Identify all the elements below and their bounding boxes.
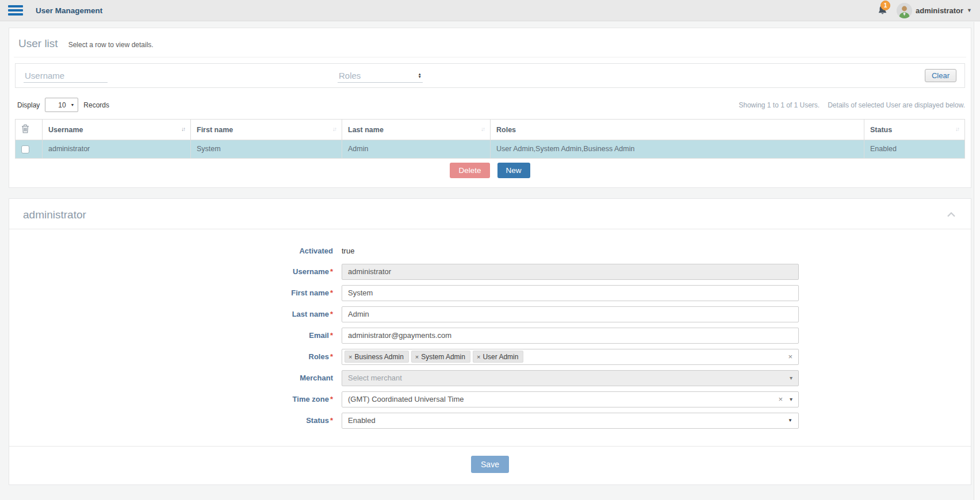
role-tag: ×System Admin: [411, 351, 470, 363]
required-marker: *: [330, 267, 333, 276]
caret-down-icon: ▼: [70, 103, 74, 107]
merchant-select: Select merchant ▾: [342, 370, 799, 386]
required-marker: *: [330, 310, 333, 318]
username-filter-input[interactable]: [24, 69, 108, 83]
roles-label: Roles*: [9, 352, 342, 361]
chevron-down-icon: ▼: [967, 7, 972, 13]
page-size-select[interactable]: 10 ▼: [45, 98, 78, 112]
user-list-panel: User list Select a row to view details. …: [9, 28, 971, 188]
time-zone-select[interactable]: (GMT) Coordinated Universal Time × ▾: [342, 391, 799, 407]
caret-down-icon: ▾: [790, 396, 793, 402]
required-marker: *: [330, 352, 333, 361]
roles-filter-select[interactable]: Roles ▲▼: [338, 69, 423, 83]
page-title: User Management: [36, 6, 102, 15]
first-name-input[interactable]: [342, 285, 799, 301]
column-header-status[interactable]: Status ↓↑: [864, 120, 965, 140]
time-zone-label: Time zone*: [9, 395, 342, 403]
caret-down-icon: ▼: [788, 418, 793, 423]
menu-icon[interactable]: [8, 5, 23, 16]
sort-icon: ↓↑: [955, 126, 959, 132]
sort-icon: ↓↑: [181, 126, 185, 132]
activated-value: true: [342, 247, 354, 255]
clear-button[interactable]: Clear: [925, 69, 956, 82]
table-row[interactable]: administrator System Admin User Admin,Sy…: [16, 140, 965, 159]
notifications-button[interactable]: 1: [875, 3, 890, 18]
clear-time-zone-icon[interactable]: ×: [778, 395, 783, 403]
users-table: Username ↓↑ First name ↓↑ Last name ↓↑ R…: [15, 119, 965, 159]
showing-summary: Showing 1 to 1 of 1 Users.: [738, 101, 820, 109]
required-marker: *: [330, 416, 333, 425]
merchant-placeholder: Select merchant: [348, 374, 402, 382]
column-header-username[interactable]: Username ↓↑: [43, 120, 191, 140]
row-checkbox[interactable]: [21, 145, 29, 153]
trash-icon: [21, 127, 29, 135]
user-menu[interactable]: administrator ▼: [897, 3, 972, 18]
cell-first-name: System: [191, 140, 342, 159]
collapse-button[interactable]: [945, 209, 957, 220]
detail-title: administrator: [23, 209, 86, 221]
required-marker: *: [330, 395, 333, 403]
required-marker: *: [330, 331, 333, 340]
column-header-last-name[interactable]: Last name ↓↑: [342, 120, 491, 140]
sort-icon: ↓↑: [481, 126, 484, 132]
time-zone-value: (GMT) Coordinated Universal Time: [348, 395, 464, 403]
role-tag: ×Business Admin: [344, 351, 409, 363]
remove-tag-icon[interactable]: ×: [477, 353, 480, 360]
delete-button[interactable]: Delete: [450, 163, 489, 178]
first-name-label: First name*: [9, 289, 342, 297]
user-list-subtitle: Select a row to view details.: [68, 41, 154, 49]
user-avatar-icon: [897, 3, 912, 18]
spinner-icon: ▲▼: [418, 72, 422, 79]
status-select[interactable]: Enabled ▼: [342, 413, 799, 429]
username-label: Username*: [9, 267, 342, 276]
filter-bar: Roles ▲▼ Clear: [15, 63, 965, 88]
roles-multiselect[interactable]: ×Business Admin ×System Admin ×User Admi…: [342, 349, 799, 365]
user-list-title: User list: [18, 37, 58, 50]
last-name-label: Last name*: [9, 310, 342, 318]
merchant-label: Merchant: [9, 374, 342, 382]
email-label: Email*: [9, 331, 342, 340]
chevron-up-icon: [947, 210, 956, 219]
column-header-first-name[interactable]: First name ↓↑: [191, 120, 342, 140]
cell-status: Enabled: [864, 140, 965, 159]
cell-last-name: Admin: [342, 140, 491, 159]
clear-roles-icon[interactable]: ×: [788, 352, 793, 361]
last-name-input[interactable]: [342, 306, 799, 322]
display-label: Display: [17, 101, 40, 109]
column-header-roles[interactable]: Roles: [491, 120, 864, 140]
delete-column-header[interactable]: [16, 120, 43, 140]
sort-icon: ↓↑: [332, 126, 336, 132]
user-menu-label: administrator: [916, 6, 963, 15]
notification-badge: 1: [881, 1, 890, 10]
required-marker: *: [330, 289, 333, 297]
cell-roles: User Admin,System Admin,Business Admin: [491, 140, 864, 159]
username-input: [342, 264, 799, 280]
topbar: User Management 1 administrator ▼: [0, 0, 980, 21]
records-label: Records: [83, 101, 109, 109]
remove-tag-icon[interactable]: ×: [349, 353, 352, 360]
new-button[interactable]: New: [497, 163, 530, 178]
email-input[interactable]: [342, 328, 799, 344]
roles-filter-label: Roles: [339, 71, 361, 80]
role-tag: ×User Admin: [473, 351, 523, 363]
cell-username: administrator: [43, 140, 191, 159]
user-detail-panel: administrator Activated true Username* F…: [9, 198, 971, 485]
details-hint: Details of selected User are displayed b…: [828, 101, 965, 109]
caret-down-icon: ▾: [790, 375, 793, 381]
page-size-value: 10: [53, 101, 70, 109]
activated-label: Activated: [9, 247, 342, 255]
remove-tag-icon[interactable]: ×: [415, 353, 419, 360]
scrollbar[interactable]: [974, 22, 980, 500]
status-label: Status*: [9, 416, 342, 425]
status-value: Enabled: [348, 416, 376, 425]
save-button[interactable]: Save: [471, 456, 509, 473]
